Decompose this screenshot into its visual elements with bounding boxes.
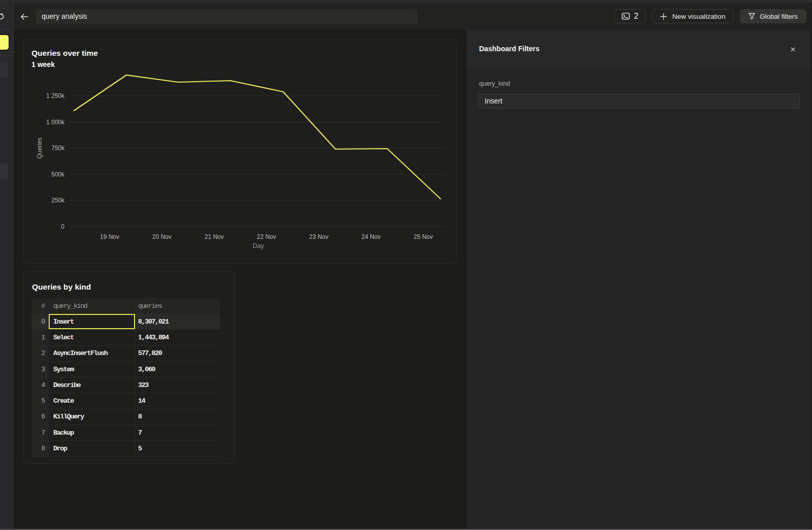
svg-text:22 Nov: 22 Nov — [257, 233, 276, 240]
svg-text:1 000k: 1 000k — [46, 119, 65, 126]
svg-text:23 Nov: 23 Nov — [309, 233, 328, 240]
svg-text:Queries: Queries — [36, 137, 43, 159]
svg-text:24 Nov: 24 Nov — [361, 233, 381, 240]
svg-text:500k: 500k — [51, 171, 65, 178]
svg-text:19 Nov: 19 Nov — [100, 233, 119, 240]
svg-text:21 Nov: 21 Nov — [205, 233, 224, 240]
svg-text:Day: Day — [253, 242, 264, 250]
svg-text:20 Nov: 20 Nov — [152, 233, 172, 240]
svg-text:25 Nov: 25 Nov — [414, 233, 433, 240]
svg-text:250k: 250k — [51, 197, 65, 204]
svg-text:0: 0 — [61, 223, 64, 230]
svg-text:1 250k: 1 250k — [46, 92, 65, 99]
svg-text:750k: 750k — [51, 145, 65, 152]
